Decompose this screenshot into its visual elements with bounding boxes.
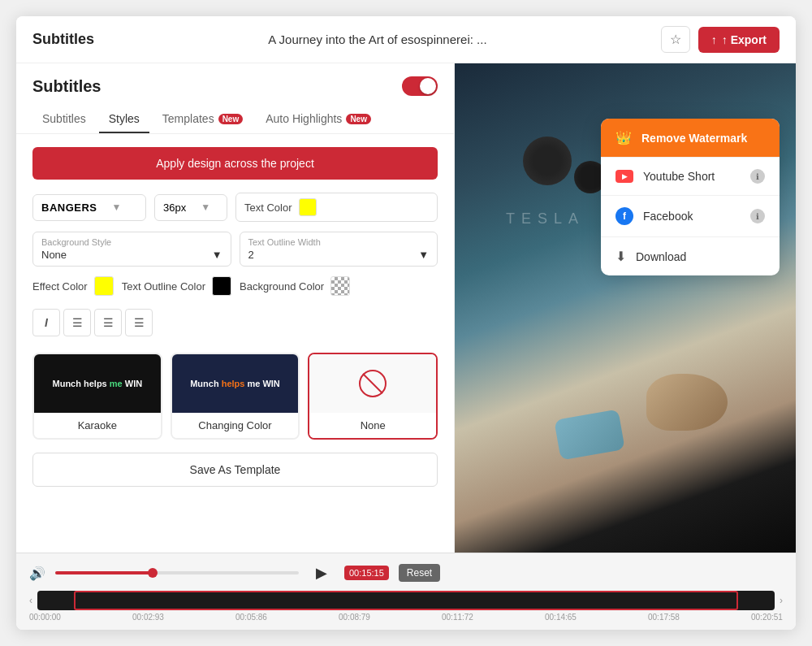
timeline-left-arrow[interactable]: ‹ xyxy=(29,595,32,606)
video-panel: TESLA 👑 Remove Watermark ▶ Youtube Short… xyxy=(455,63,796,553)
no-icon xyxy=(356,367,389,400)
panel-header: Subtitles xyxy=(16,63,454,96)
karaoke-preview-text: Munch helps me WIN xyxy=(53,379,143,388)
svg-line-1 xyxy=(363,374,382,393)
subtitles-toggle[interactable] xyxy=(402,76,438,96)
bg-style-value: None ▼ xyxy=(41,249,222,261)
presets-row: Munch helps me WIN Karaoke Munch helps m… xyxy=(32,353,438,440)
youtube-short-label: Youtube Short xyxy=(643,170,715,183)
align-left-icon: ☰ xyxy=(72,316,83,329)
auto-highlights-new-badge: New xyxy=(346,114,371,124)
remove-watermark-item[interactable]: 👑 Remove Watermark xyxy=(601,119,780,158)
download-icon: ⬇ xyxy=(615,249,626,264)
text-outline-color-picker[interactable]: Text Outline Color xyxy=(122,276,231,296)
play-button[interactable]: ▶ xyxy=(309,560,335,586)
tab-subtitles[interactable]: Subtitles xyxy=(32,106,96,133)
effect-color-picker[interactable]: Effect Color xyxy=(32,276,114,296)
star-button[interactable]: ☆ xyxy=(661,26,690,53)
youtube-short-item[interactable]: ▶ Youtube Short ℹ xyxy=(601,158,780,196)
car-element-1 xyxy=(523,137,572,185)
audio-progress-fill xyxy=(55,571,153,574)
phone-element xyxy=(554,409,624,460)
text-color-swatch xyxy=(299,198,317,216)
remove-watermark-label: Remove Watermark xyxy=(641,132,747,145)
alignment-row: I ☰ ☰ ☰ xyxy=(32,309,438,336)
background-style-dropdown[interactable]: Background Style None ▼ xyxy=(32,232,231,267)
align-right-icon: ☰ xyxy=(134,316,145,329)
timeline-timestamps: 00:00:00 00:02:93 00:05:86 00:08:79 00:1… xyxy=(29,613,783,622)
karaoke-label: Karaoke xyxy=(34,413,161,438)
font-selector[interactable]: BANGERS ▼ xyxy=(32,194,146,221)
panel-title: Subtitles xyxy=(32,77,101,96)
youtube-info-icon[interactable]: ℹ xyxy=(750,169,765,184)
effect-color-label: Effect Color xyxy=(32,280,88,293)
crown-icon: 👑 xyxy=(615,130,632,145)
panel-body: Apply design across the project BANGERS … xyxy=(16,134,454,553)
bg-color-label: Background Color xyxy=(240,280,324,293)
app-title: Subtitles xyxy=(32,31,94,48)
ts-0: 00:00:00 xyxy=(29,613,61,622)
facebook-info-icon[interactable]: ℹ xyxy=(750,209,765,223)
audio-progress-dot xyxy=(148,568,158,578)
tab-templates[interactable]: Templates New xyxy=(153,106,253,133)
hand-element xyxy=(646,374,728,431)
tab-subtitles-label: Subtitles xyxy=(42,112,86,125)
bg-color-swatch xyxy=(330,276,350,296)
size-dropdown-icon: ▼ xyxy=(194,202,217,213)
ts-1: 00:02:93 xyxy=(132,613,164,622)
bg-style-label: Background Style xyxy=(41,237,222,247)
timeline-track[interactable] xyxy=(37,591,775,610)
italic-button[interactable]: I xyxy=(32,309,60,336)
bg-style-arrow: ▼ xyxy=(212,249,222,261)
align-center-button[interactable]: ☰ xyxy=(94,309,122,336)
align-center-icon: ☰ xyxy=(103,316,114,329)
changing-preview: Munch helps me WIN xyxy=(172,354,299,413)
header-center: A Journey into the Art of esospinnerei: … xyxy=(94,33,661,46)
tabs-bar: Subtitles Styles Templates New Auto High… xyxy=(16,96,454,134)
playback-controls: 🔊 ▶ 00:15:15 Reset xyxy=(29,560,783,586)
facebook-item[interactable]: f Facebook ℹ xyxy=(601,196,780,237)
background-color-picker[interactable]: Background Color xyxy=(240,276,350,296)
ts-3: 00:08:79 xyxy=(339,613,370,622)
export-dropdown: 👑 Remove Watermark ▶ Youtube Short ℹ f F… xyxy=(601,119,780,275)
save-template-button[interactable]: Save As Template xyxy=(32,453,438,487)
volume-icon[interactable]: 🔊 xyxy=(29,566,45,581)
audio-progress-bar[interactable] xyxy=(55,571,299,574)
current-time-badge: 00:15:15 xyxy=(344,566,389,580)
preset-karaoke[interactable]: Munch helps me WIN Karaoke xyxy=(32,353,162,440)
outline-width-arrow: ▼ xyxy=(418,249,429,261)
tab-auto-highlights[interactable]: Auto Highlights New xyxy=(256,106,381,133)
header-right: ☆ ↑ ↑ Export xyxy=(661,26,780,53)
outline-width-label: Text Outline Width xyxy=(248,237,430,247)
text-color-label: Text Color xyxy=(244,202,292,214)
facebook-label: Facebook xyxy=(643,210,693,223)
youtube-icon: ▶ xyxy=(615,170,633,183)
apply-design-button[interactable]: Apply design across the project xyxy=(32,147,438,180)
text-outline-swatch xyxy=(212,276,231,296)
color-options-row: Effect Color Text Outline Color Backgrou… xyxy=(32,276,438,296)
timeline-right-arrow[interactable]: › xyxy=(780,595,783,606)
tesla-logo: TESLA xyxy=(506,210,585,228)
text-outline-width-dropdown[interactable]: Text Outline Width 2 ▼ xyxy=(240,232,438,267)
align-left-button[interactable]: ☰ xyxy=(63,309,91,336)
size-selector[interactable]: 36px ▼ xyxy=(154,194,227,221)
align-right-button[interactable]: ☰ xyxy=(125,309,153,336)
tab-styles[interactable]: Styles xyxy=(99,106,149,133)
none-preview xyxy=(309,354,436,413)
ts-7: 00:20:51 xyxy=(751,613,783,622)
ts-5: 00:14:65 xyxy=(545,613,577,622)
main-content: Subtitles Subtitles Styles Templates New… xyxy=(16,63,796,553)
ts-4: 00:11:72 xyxy=(442,613,473,622)
preset-none[interactable]: None xyxy=(308,353,438,440)
preset-changing-color[interactable]: Munch helps me WIN Changing Color xyxy=(171,353,300,440)
none-icon-container xyxy=(356,367,389,400)
timeline-selection xyxy=(74,591,737,610)
download-item[interactable]: ⬇ Download xyxy=(601,237,780,275)
timeline: ‹ › xyxy=(29,591,783,610)
text-color-picker[interactable]: Text Color xyxy=(235,193,438,222)
reset-button[interactable]: Reset xyxy=(399,564,440,582)
size-value: 36px xyxy=(155,195,194,220)
font-dropdown-icon: ▼ xyxy=(106,202,128,213)
tab-styles-label: Styles xyxy=(109,112,140,125)
export-button[interactable]: ↑ ↑ Export xyxy=(698,27,780,53)
